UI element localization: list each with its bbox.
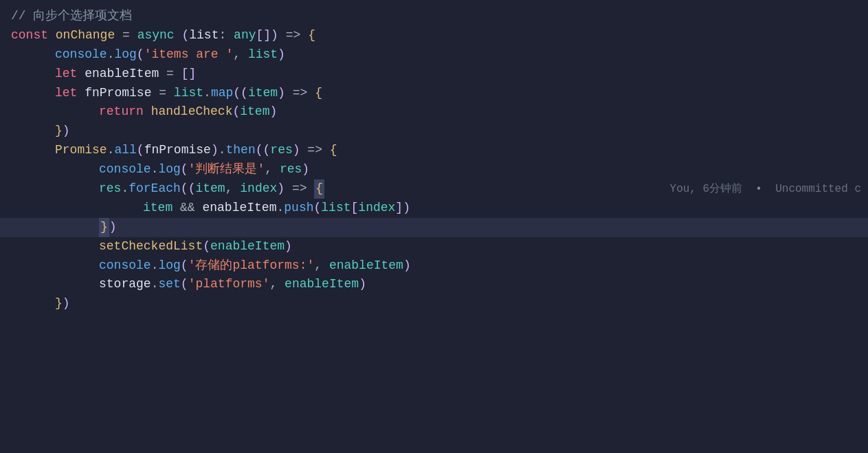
paren-then-close: ) [293,141,300,160]
dot-5: . [151,160,159,179]
code-line-9: res . forEach (( item , index ) => { You… [0,179,868,199]
brace-fe-open: { [315,181,323,195]
dot-4: . [219,141,226,160]
dot-6: . [121,179,129,199]
method-push: push [284,199,313,218]
keyword-async: async [137,26,182,45]
paren-fe-open: (( [181,179,196,199]
fn-handleCheck: handleCheck [151,102,233,122]
keyword-return: return [99,102,151,122]
method-log-3: log [158,256,180,276]
paren-open: ( [181,26,189,45]
paren-log2-open: ( [181,160,188,179]
paren-hc-open: ( [232,102,240,122]
keyword-let-2: let [55,84,85,103]
var-res-2: res [99,179,121,199]
var-enableItem-2: enableItem [202,199,276,218]
var-enableItem-1: enableItem [85,65,159,84]
bracket-idx-open: [ [351,199,359,218]
method-all: all [114,141,136,160]
brace-open: { [308,26,315,45]
var-list-2: list [174,84,203,103]
method-forEach: forEach [129,179,181,199]
method-map: map [211,84,233,103]
paren-map-close: ) [278,84,285,103]
method-console: console [55,45,107,65]
code-line-13: console . log ( '存储的platforms:' , enable… [0,256,868,276]
op-eq-1: = [159,65,181,84]
comma-3: , [225,179,241,199]
method-log-2: log [158,160,180,179]
str-chinese-2: '存储的platforms:' [188,256,315,276]
var-storage: storage [99,275,151,294]
paren-push-close: ) [403,199,410,218]
paren-hc-close: ) [269,102,277,122]
code-line-14: storage . set ( 'platforms' , enableItem… [0,275,868,294]
class-promise: Promise [55,141,107,160]
paren-scl-open: ( [203,237,210,256]
op-and: && [173,199,202,218]
method-set: set [158,275,180,294]
colon: : [219,26,234,45]
paren-log3-close: ) [403,256,411,276]
arrow-3: => [300,141,330,160]
paren-all-close: ) [211,141,219,160]
code-line-6: } ) [0,122,868,141]
op-eq-2: = [151,84,173,103]
str-chinese-1: '判断结果是' [188,160,265,179]
comma-4: , [314,256,329,276]
bracket-idx-close: ] [395,199,403,218]
paren-push-open: ( [314,199,322,218]
paren-map-end: ) [63,122,70,141]
param-item-hc: item [240,102,269,122]
dot-1: . [107,45,115,65]
param-item-fe: item [195,179,225,199]
keyword-let-1: let [55,65,85,84]
arrow: => [278,26,308,45]
method-console-2: console [99,160,151,179]
fn-setCheckedList: setCheckedList [99,237,203,256]
paren-then-open: (( [256,141,271,160]
paren-scl-close: ) [285,237,292,256]
var-enableItem-5: enableItem [285,275,359,294]
op-equals: = [115,26,137,45]
type-any: any [234,26,256,45]
method-then: then [226,141,256,160]
paren-fe-close: ) [277,179,285,199]
arrow-4: => [285,179,314,199]
dot-2: . [203,84,211,103]
code-line-1: const onChange = async ( list : any [] )… [0,26,868,45]
comma-5: , [269,275,285,294]
paren-then-end: ) [63,294,70,313]
git-blame-text: You, 6分钟前 • Uncommitted c [670,181,861,198]
brace-fe-close: } [100,220,108,234]
var-enableItem-4: enableItem [329,256,403,276]
paren-log-close: ) [278,45,285,65]
method-console-3: console [99,256,151,276]
bracket-empty: [] [181,65,197,84]
paren-set-open: ( [181,275,188,294]
param-res: res [270,141,292,160]
paren-set-close: ) [359,275,366,294]
code-line-5: return handleCheck ( item ) [0,102,868,122]
var-res: res [280,160,302,179]
code-line-4: let fnPromise = list . map (( item ) => … [0,84,868,103]
dot-9: . [151,275,159,294]
arrow-2: => [285,84,315,103]
paren-log2-close: ) [302,160,309,179]
param-list: list [189,26,219,45]
paren-log-open: ( [137,45,144,65]
str-platforms: 'platforms' [188,275,270,294]
var-index: index [358,199,395,218]
str-items-are: 'items are ' [144,45,234,65]
bracket-open: [] [256,26,271,45]
code-line-11: } ) [0,218,868,237]
brace-map-open: { [315,84,322,103]
comment-text: // 向步个选择项文档 [11,7,132,26]
paren-map-open: (( [233,84,248,103]
var-item-2: item [143,199,173,218]
selected-brace: { [314,179,324,199]
code-line-comment: // 向步个选择项文档 [0,7,868,26]
paren-log3-open: ( [181,256,188,276]
var-list-3: list [321,199,350,218]
